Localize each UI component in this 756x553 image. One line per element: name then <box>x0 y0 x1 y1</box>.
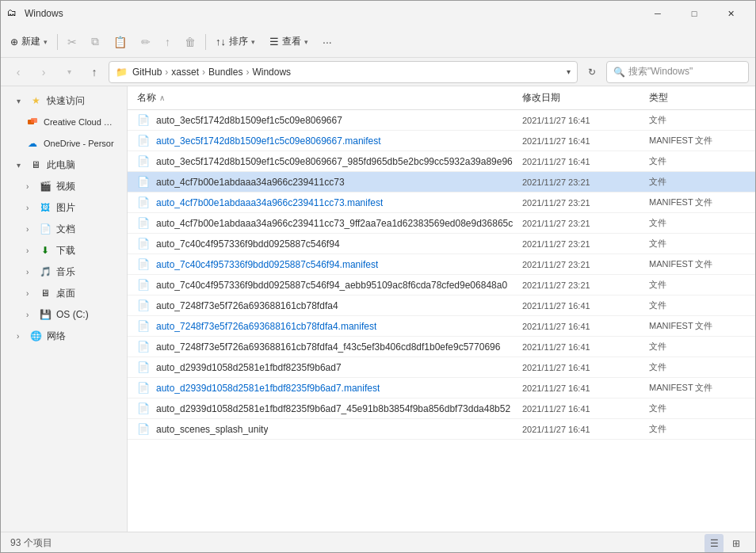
minimize-button[interactable]: ─ <box>640 1 676 26</box>
sidebar-item-label: 文档 <box>56 223 117 236</box>
file-name-cell: 📄auto_d2939d1058d2581e1fbdf8235f9b6ad7 <box>134 360 519 375</box>
sidebar-item-docs[interactable]: › 📄 文档 <box>4 219 124 239</box>
sidebar-item-music[interactable]: › 🎵 音乐 <box>4 261 124 282</box>
file-name: auto_3ec5f1742d8b1509ef1c5c09e8069667 <box>156 115 342 126</box>
file-date-cell: 2021/11/27 16:41 <box>519 423 646 436</box>
new-dropdown-icon: ▾ <box>44 38 48 46</box>
file-row[interactable]: 📄auto_7248f73e5f726a693688161cb78fdfa4_f… <box>128 337 755 357</box>
file-date-cell: 2021/11/27 23:21 <box>519 196 646 209</box>
sidebar-item-osdisk[interactable]: › 💾 OS (C:) <box>4 304 124 325</box>
file-row[interactable]: 📄auto_4cf7b00e1abdaaa34a966c239411cc73.m… <box>128 193 755 213</box>
file-name-cell: 📄auto_3ec5f1742d8b1509ef1c5c09e8069667 <box>134 113 519 128</box>
sidebar-item-label: 音乐 <box>56 265 117 279</box>
back-button[interactable]: ‹ <box>7 61 29 83</box>
file-row[interactable]: 📄auto_d2939d1058d2581e1fbdf8235f9b6ad720… <box>128 357 755 378</box>
file-row[interactable]: 📄auto_7248f73e5f726a693688161cb78fdfa4.m… <box>128 316 755 337</box>
forward-button[interactable]: › <box>32 61 55 83</box>
file-row[interactable]: 📄auto_7c40c4f957336f9bdd0925887c546f94.m… <box>128 254 755 275</box>
icon-view-icon: ⊞ <box>732 538 740 549</box>
col-name-header[interactable]: 名称 ∧ <box>134 90 519 106</box>
sidebar-item-desktop[interactable]: › 🖥 桌面 <box>4 283 124 303</box>
file-icon: 📄 <box>137 176 150 188</box>
cut-button[interactable]: ✂ <box>61 30 83 54</box>
file-name-cell: 📄auto_4cf7b00e1abdaaa34a966c239411cc73_9… <box>134 215 519 231</box>
sidebar-item-label: 此电脑 <box>47 158 117 172</box>
paste-button[interactable]: 📋 <box>107 30 133 54</box>
file-row[interactable]: 📄auto_scenes_splash_unity2021/11/27 16:4… <box>128 419 755 440</box>
network-icon: 🌐 <box>29 330 42 342</box>
file-row[interactable]: 📄auto_d2939d1058d2581e1fbdf8235f9b6ad7.m… <box>128 378 755 399</box>
view-controls: ☰ ⊞ <box>704 534 746 553</box>
recent-button[interactable]: ▾ <box>58 61 80 83</box>
search-box[interactable]: 🔍 搜索"Windows" <box>606 61 749 83</box>
path-dropdown-icon[interactable]: ▾ <box>567 67 571 76</box>
up-button[interactable]: ↑ <box>83 61 105 83</box>
sidebar-item-download[interactable]: › ⬇ 下载 <box>4 240 124 261</box>
col-date-header[interactable]: 修改日期 <box>519 90 646 106</box>
file-name: auto_d2939d1058d2581e1fbdf8235f9b6ad7.ma… <box>156 383 380 394</box>
file-name: auto_3ec5f1742d8b1509ef1c5c09e8069667.ma… <box>156 135 381 147</box>
maximize-button[interactable]: □ <box>676 1 712 26</box>
download-icon: ⬇ <box>39 244 52 257</box>
file-date-cell: 2021/11/27 23:21 <box>519 217 646 230</box>
path-xasset[interactable]: xasset <box>171 67 199 78</box>
file-type-cell: 文件 <box>646 174 749 189</box>
file-date-cell: 2021/11/27 16:41 <box>519 155 646 168</box>
refresh-button[interactable]: ↻ <box>581 61 603 83</box>
svg-rect-1 <box>31 118 37 123</box>
sidebar-item-video[interactable]: › 🎬 视频 <box>4 176 124 196</box>
file-row[interactable]: 📄auto_3ec5f1742d8b1509ef1c5c09e806966720… <box>128 110 755 131</box>
detail-view-button[interactable]: ☰ <box>704 534 724 553</box>
sidebar-item-quick-access[interactable]: ▾ ★ 快速访问 <box>4 90 124 111</box>
file-name: auto_d2939d1058d2581e1fbdf8235f9b6ad7 <box>156 362 342 373</box>
file-row[interactable]: 📄auto_7c40c4f957336f9bdd0925887c546f94_a… <box>128 275 755 296</box>
path-windows[interactable]: Windows <box>252 67 291 78</box>
separator-1 <box>57 34 58 50</box>
file-row[interactable]: 📄auto_7c40c4f957336f9bdd0925887c546f9420… <box>128 234 755 254</box>
view-icon: ☰ <box>269 36 279 48</box>
sidebar-item-label: 下载 <box>56 244 117 257</box>
view-button[interactable]: ☰ 查看 ▾ <box>263 30 315 54</box>
separator-2 <box>205 34 206 50</box>
detail-view-icon: ☰ <box>710 538 719 549</box>
path-github[interactable]: GitHub <box>132 67 162 78</box>
file-name: auto_7248f73e5f726a693688161cb78fdfa4 <box>156 300 338 311</box>
file-type-cell: MANIFEST 文件 <box>646 133 749 148</box>
share-button[interactable]: ↑ <box>158 30 177 54</box>
file-row[interactable]: 📄auto_4cf7b00e1abdaaa34a966c239411cc73_9… <box>128 213 755 234</box>
close-button[interactable]: ✕ <box>712 1 749 26</box>
sidebar-item-this-pc[interactable]: ▾ 🖥 此电脑 <box>4 154 124 175</box>
sort-label: 排序 <box>229 35 248 48</box>
file-row[interactable]: 📄auto_d2939d1058d2581e1fbdf8235f9b6ad7_4… <box>128 399 755 419</box>
file-icon: 📄 <box>137 279 150 291</box>
file-row[interactable]: 📄auto_3ec5f1742d8b1509ef1c5c09e8069667_9… <box>128 151 755 172</box>
file-date-cell: 2021/11/27 16:41 <box>519 341 646 353</box>
sidebar-item-creative-cloud[interactable]: Creative Cloud File <box>4 112 124 132</box>
sidebar-item-pictures[interactable]: › 🖼 图片 <box>4 197 124 218</box>
file-date-cell: 2021/11/27 23:21 <box>519 279 646 292</box>
icon-view-button[interactable]: ⊞ <box>727 534 746 553</box>
copy-button[interactable]: ⧉ <box>85 30 105 54</box>
new-button[interactable]: ⊕ 新建 ▾ <box>4 30 54 54</box>
path-bundles[interactable]: Bundles <box>208 67 242 78</box>
file-type-cell: 文件 <box>646 360 749 375</box>
expand-icon: › <box>26 311 36 319</box>
window-controls: ─ □ ✕ <box>640 1 749 26</box>
expand-icon: › <box>26 204 36 212</box>
file-row[interactable]: 📄auto_7248f73e5f726a693688161cb78fdfa420… <box>128 296 755 316</box>
more-button[interactable]: ··· <box>316 32 338 51</box>
rename-button[interactable]: ✏ <box>135 30 157 54</box>
file-row[interactable]: 📄auto_3ec5f1742d8b1509ef1c5c09e8069667.m… <box>128 131 755 151</box>
file-icon: 📄 <box>137 217 150 229</box>
toolbar: ⊕ 新建 ▾ ✂ ⧉ 📋 ✏ ↑ 🗑 ↑↓ 排序 ▾ ☰ 查看 ▾ ··· <box>1 26 755 58</box>
sidebar-item-network[interactable]: › 🌐 网络 <box>4 326 124 346</box>
sort-button[interactable]: ↑↓ 排序 ▾ <box>209 30 262 54</box>
file-row[interactable]: 📄auto_4cf7b00e1abdaaa34a966c239411cc7320… <box>128 172 755 193</box>
address-path[interactable]: 📁 GitHub › xasset › Bundles › Windows ▾ <box>109 61 578 83</box>
sidebar-item-onedrive[interactable]: ☁ OneDrive - Persor <box>4 133 124 154</box>
file-type-cell: 文件 <box>646 277 749 292</box>
file-type-cell: 文件 <box>646 401 749 416</box>
file-icon: 📄 <box>137 155 150 167</box>
col-type-header[interactable]: 类型 <box>646 90 749 106</box>
delete-button[interactable]: 🗑 <box>178 30 202 54</box>
